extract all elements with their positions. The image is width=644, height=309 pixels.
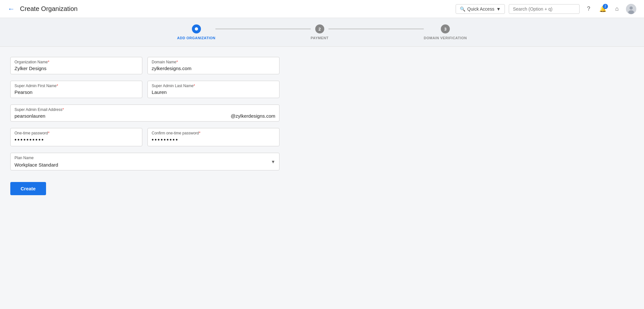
- header-right: 🔍 Quick Access ▼ ? 🔔 2 ⌂: [456, 4, 636, 14]
- step-2: 2 PAYMENT: [311, 24, 328, 40]
- confirm-otp-label: Confirm one-time password*: [152, 131, 275, 135]
- email-row: @zylkerdesigns.com: [14, 113, 275, 119]
- create-button[interactable]: Create: [10, 182, 46, 195]
- domain-name-group: Domain Name*: [147, 57, 279, 74]
- quick-access-dropdown-icon: ▼: [496, 6, 501, 12]
- otp-group: One-time password* ••••••••••: [10, 128, 142, 146]
- header: ← Create Organization 🔍 Quick Access ▼ ?…: [0, 0, 644, 18]
- first-name-label: Super Admin First Name*: [14, 84, 138, 88]
- org-name-field: Organization Name*: [10, 57, 142, 74]
- form-row-1: Organization Name* Domain Name*: [10, 57, 279, 74]
- step-1: ADD ORGANIZATION: [177, 24, 215, 40]
- stepper: ADD ORGANIZATION 2 PAYMENT 3 DOMAIN VERI…: [177, 24, 467, 40]
- form-row-3: Super Admin Email Address* @zylkerdesign…: [10, 105, 279, 122]
- page-title: Create Organization: [20, 5, 456, 13]
- otp-field: One-time password* ••••••••••: [10, 128, 142, 146]
- help-button[interactable]: ?: [583, 4, 594, 14]
- step-3: 3 DOMAIN VERIFICATION: [424, 24, 467, 40]
- plan-label: Plan Name: [14, 156, 275, 160]
- stepper-container: ADD ORGANIZATION 2 PAYMENT 3 DOMAIN VERI…: [0, 18, 644, 47]
- last-name-input[interactable]: [152, 89, 275, 95]
- step-1-label: ADD ORGANIZATION: [177, 36, 215, 40]
- org-name-group: Organization Name*: [10, 57, 142, 74]
- first-name-field: Super Admin First Name*: [10, 81, 142, 98]
- step-3-circle: 3: [441, 24, 450, 33]
- user-avatar[interactable]: [626, 4, 636, 14]
- step-3-label: DOMAIN VERIFICATION: [424, 36, 467, 40]
- form-row-2: Super Admin First Name* Super Admin Last…: [10, 81, 279, 98]
- last-name-label: Super Admin Last Name*: [152, 84, 275, 88]
- domain-name-input[interactable]: [152, 66, 275, 71]
- notifications-button[interactable]: 🔔 2: [598, 4, 608, 14]
- back-arrow-icon: ←: [8, 5, 15, 13]
- help-icon: ?: [587, 5, 590, 12]
- search-icon: 🔍: [460, 6, 465, 12]
- last-name-group: Super Admin Last Name*: [147, 81, 279, 98]
- confirm-otp-group: Confirm one-time password* •••••••••: [147, 128, 279, 146]
- plan-value: Workplace Standard: [14, 161, 275, 168]
- email-field: Super Admin Email Address* @zylkerdesign…: [10, 105, 279, 122]
- search-input[interactable]: [509, 4, 580, 14]
- domain-name-field: Domain Name*: [147, 57, 279, 74]
- plan-group: Plan Name Workplace Standard ▼: [10, 153, 279, 170]
- form-row-4: One-time password* •••••••••• Confirm on…: [10, 128, 279, 146]
- quick-access-label: Quick Access: [467, 6, 494, 12]
- org-name-label: Organization Name*: [14, 60, 138, 64]
- home-button[interactable]: ⌂: [612, 4, 622, 14]
- svg-point-2: [628, 10, 634, 14]
- first-name-group: Super Admin First Name*: [10, 81, 142, 98]
- home-icon: ⌂: [615, 5, 619, 12]
- first-name-input[interactable]: [14, 89, 138, 95]
- plan-field[interactable]: Plan Name Workplace Standard ▼: [10, 153, 279, 170]
- step-line-2-3: [328, 29, 424, 29]
- chevron-down-icon: ▼: [271, 159, 275, 164]
- email-domain: @zylkerdesigns.com: [231, 113, 275, 119]
- step-2-circle: 2: [315, 24, 324, 33]
- org-name-input[interactable]: [14, 66, 138, 71]
- last-name-field: Super Admin Last Name*: [147, 81, 279, 98]
- email-input[interactable]: [14, 113, 231, 119]
- domain-name-label: Domain Name*: [152, 60, 275, 64]
- main-content: Organization Name* Domain Name* Super Ad…: [0, 47, 290, 205]
- back-button[interactable]: ←: [8, 5, 15, 13]
- otp-label: One-time password*: [14, 131, 138, 135]
- step-1-circle: [192, 24, 201, 33]
- svg-point-3: [195, 27, 198, 31]
- email-group: Super Admin Email Address* @zylkerdesign…: [10, 105, 279, 122]
- step-line-1-2: [215, 29, 311, 29]
- form-row-5: Plan Name Workplace Standard ▼: [10, 153, 279, 170]
- step-2-label: PAYMENT: [311, 36, 328, 40]
- confirm-otp-field: Confirm one-time password* •••••••••: [147, 128, 279, 146]
- email-label: Super Admin Email Address*: [14, 107, 275, 112]
- notification-badge: 2: [603, 4, 608, 9]
- svg-point-1: [630, 6, 633, 10]
- otp-input-display[interactable]: ••••••••••: [14, 137, 44, 143]
- confirm-otp-input-display[interactable]: •••••••••: [152, 137, 179, 143]
- quick-access-button[interactable]: 🔍 Quick Access ▼: [456, 4, 505, 14]
